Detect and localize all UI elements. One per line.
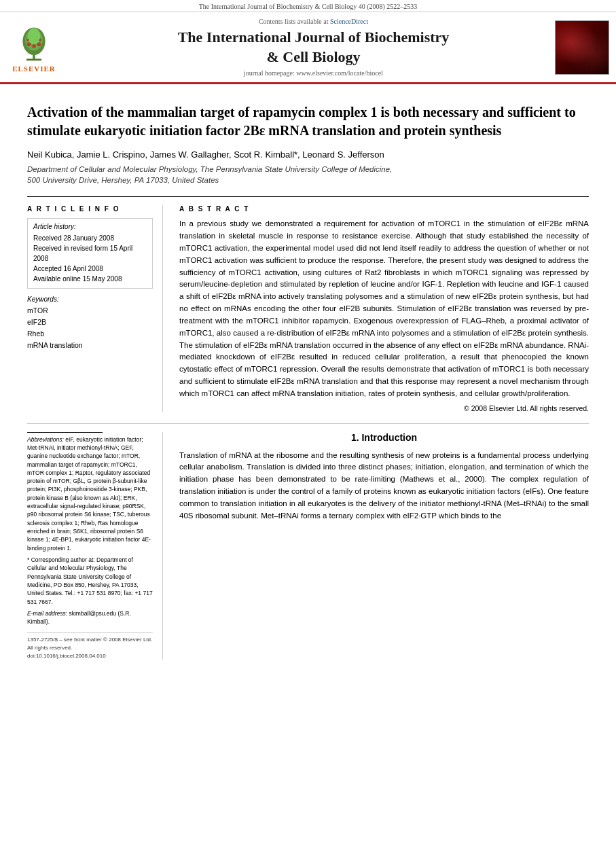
revised-date: Received in revised form 15 April 2008 xyxy=(33,243,147,264)
journal-header: ELSEVIER Contents lists available at Sci… xyxy=(0,12,616,84)
issn-bar: 1357-2725/$ – see front matter © 2008 El… xyxy=(27,632,153,660)
elsevier-brand-text: ELSEVIER xyxy=(12,65,56,73)
keyword-mrna: mRNA translation xyxy=(27,340,153,351)
article-info-label: A R T I C L E I N F O xyxy=(27,205,153,213)
received-date: Received 28 January 2008 xyxy=(33,233,147,243)
accepted-date: Accepted 16 April 2008 xyxy=(33,264,147,274)
journal-center: Contents lists available at ScienceDirec… xyxy=(72,18,555,77)
keywords-section: Keywords: mTOR eIF2B Rheb mRNA translati… xyxy=(27,296,153,351)
abbreviations: Abbreviations: eIF, eukaryotic initiatio… xyxy=(27,435,153,552)
bottom-section: Abbreviations: eIF, eukaryotic initiatio… xyxy=(27,423,589,660)
issn-text: 1357-2725/$ – see front matter © 2008 El… xyxy=(27,636,153,651)
doi-text: doi:10.1016/j.biocel.2008.04.010 xyxy=(27,652,153,660)
top-bar: The International Journal of Biochemistr… xyxy=(0,0,616,12)
svg-point-9 xyxy=(39,39,41,41)
journal-cover-thumbnail xyxy=(555,20,609,75)
corresponding-author: * Corresponding author at: Department of… xyxy=(27,556,153,606)
footnote-divider xyxy=(27,432,103,433)
svg-point-8 xyxy=(26,39,29,41)
abstract-text: In a previous study we demonstrated a re… xyxy=(179,218,589,399)
copyright-notice: © 2008 Elsevier Ltd. All rights reserved… xyxy=(179,404,589,412)
keyword-mtor: mTOR xyxy=(27,305,153,317)
article-info-abstract-section: A R T I C L E I N F O Article history: R… xyxy=(27,196,589,412)
article-info-column: A R T I C L E I N F O Article history: R… xyxy=(27,205,163,412)
elsevier-tree-icon xyxy=(14,22,54,63)
svg-point-4 xyxy=(28,28,40,44)
footnotes-column: Abbreviations: eIF, eukaryotic initiatio… xyxy=(27,432,163,660)
abstract-column: A B S T R A C T In a previous study we d… xyxy=(179,205,589,412)
svg-rect-1 xyxy=(26,58,41,60)
abbrev-label: Abbreviations: xyxy=(27,436,64,443)
introduction-column: 1. Introduction Translation of mRNA at t… xyxy=(179,432,589,660)
email-label: E-mail address: xyxy=(27,610,67,617)
journal-homepage: journal homepage: www.elsevier.com/locat… xyxy=(72,69,555,77)
available-online-date: Available online 15 May 2008 xyxy=(33,274,147,284)
article-title: Activation of the mammalian target of ra… xyxy=(27,103,589,140)
abstract-label: A B S T R A C T xyxy=(179,205,589,213)
article-container: Activation of the mammalian target of ra… xyxy=(0,84,616,673)
email-info: E-mail address: skimball@psu.edu (S.R. K… xyxy=(27,609,153,626)
elsevier-logo: ELSEVIER xyxy=(7,22,61,73)
authors: Neil Kubica, Jamie L. Crispino, James W.… xyxy=(27,149,589,160)
journal-cover-image xyxy=(556,21,609,74)
journal-title: The International Journal of Biochemistr… xyxy=(72,28,555,67)
journal-citation: The International Journal of Biochemistr… xyxy=(199,3,418,10)
contents-available: Contents lists available at ScienceDirec… xyxy=(72,18,555,25)
history-label: Article history: xyxy=(33,223,147,230)
intro-section-label: Introduction xyxy=(361,432,417,443)
abbrev-text: eIF, eukaryotic initiation factor; Met-t… xyxy=(27,436,151,552)
keyword-eif2b: eIF2B xyxy=(27,317,153,328)
svg-point-7 xyxy=(32,44,36,48)
corresponding-text: Department of Cellular and Molecular Phy… xyxy=(27,556,153,605)
affiliation: Department of Cellular and Molecular Phy… xyxy=(27,164,589,185)
article-history-box: Article history: Received 28 January 200… xyxy=(27,218,153,289)
keywords-label: Keywords: xyxy=(27,296,153,303)
intro-title: 1. Introduction xyxy=(179,432,589,443)
intro-text: Translation of mRNA at the ribosome and … xyxy=(179,450,589,522)
svg-point-5 xyxy=(27,42,31,46)
sciencedirect-link[interactable]: ScienceDirect xyxy=(330,18,368,25)
corresponding-label: * Corresponding author at: xyxy=(27,556,95,563)
svg-point-6 xyxy=(37,42,41,46)
keyword-rheb: Rheb xyxy=(27,328,153,340)
